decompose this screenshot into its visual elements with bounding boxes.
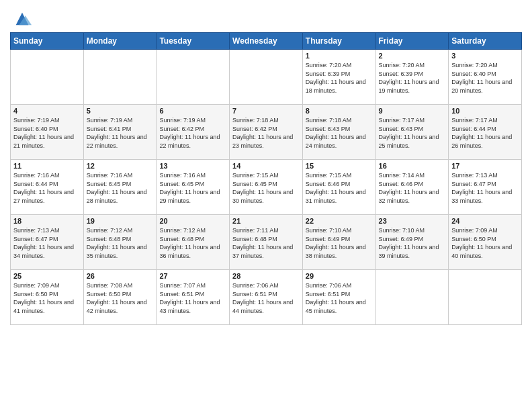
day-info: Sunrise: 7:14 AM Sunset: 6:46 PM Dayligh… [379, 171, 446, 205]
day-number: 22 [306, 217, 373, 225]
calendar-day-cell [157, 50, 230, 105]
calendar-week-row: 4Sunrise: 7:19 AM Sunset: 6:40 PM Daylig… [11, 105, 522, 160]
weekday-header: Sunday [11, 33, 84, 50]
calendar-day-cell: 27Sunrise: 7:07 AM Sunset: 6:51 PM Dayli… [157, 270, 230, 325]
day-number: 17 [451, 162, 519, 170]
day-info: Sunrise: 7:16 AM Sunset: 6:45 PM Dayligh… [159, 171, 226, 205]
weekday-header: Wednesday [230, 33, 303, 50]
calendar-table: SundayMondayTuesdayWednesdayThursdayFrid… [10, 32, 522, 325]
calendar-week-row: 18Sunrise: 7:13 AM Sunset: 6:47 PM Dayli… [11, 215, 522, 270]
logo [10, 9, 32, 28]
calendar-day-cell: 7Sunrise: 7:18 AM Sunset: 6:42 PM Daylig… [230, 105, 303, 160]
calendar-week-row: 1Sunrise: 7:20 AM Sunset: 6:39 PM Daylig… [11, 50, 522, 105]
day-info: Sunrise: 7:07 AM Sunset: 6:51 PM Dayligh… [159, 281, 226, 315]
calendar-day-cell: 29Sunrise: 7:06 AM Sunset: 6:51 PM Dayli… [302, 270, 375, 325]
day-info: Sunrise: 7:17 AM Sunset: 6:43 PM Dayligh… [379, 116, 446, 150]
day-info: Sunrise: 7:10 AM Sunset: 6:49 PM Dayligh… [379, 226, 446, 260]
calendar-day-cell: 12Sunrise: 7:16 AM Sunset: 6:45 PM Dayli… [83, 160, 157, 215]
day-number: 11 [13, 162, 81, 170]
calendar-day-cell: 6Sunrise: 7:19 AM Sunset: 6:42 PM Daylig… [157, 105, 230, 160]
calendar-day-cell: 13Sunrise: 7:16 AM Sunset: 6:45 PM Dayli… [157, 160, 230, 215]
calendar-day-cell: 8Sunrise: 7:18 AM Sunset: 6:43 PM Daylig… [302, 105, 375, 160]
day-number: 8 [306, 107, 373, 115]
calendar-day-cell: 10Sunrise: 7:17 AM Sunset: 6:44 PM Dayli… [449, 105, 522, 160]
weekday-header: Friday [375, 33, 449, 50]
day-number: 4 [13, 107, 81, 115]
day-number: 9 [379, 107, 446, 115]
day-info: Sunrise: 7:19 AM Sunset: 6:40 PM Dayligh… [13, 116, 81, 150]
day-info: Sunrise: 7:13 AM Sunset: 6:47 PM Dayligh… [451, 171, 519, 205]
day-info: Sunrise: 7:13 AM Sunset: 6:47 PM Dayligh… [13, 226, 81, 260]
calendar-day-cell: 5Sunrise: 7:19 AM Sunset: 6:41 PM Daylig… [83, 105, 157, 160]
day-info: Sunrise: 7:16 AM Sunset: 6:45 PM Dayligh… [87, 171, 154, 205]
page-container: SundayMondayTuesdayWednesdayThursdayFrid… [0, 0, 532, 328]
day-info: Sunrise: 7:09 AM Sunset: 6:50 PM Dayligh… [13, 281, 81, 315]
day-number: 20 [159, 217, 226, 225]
day-number: 21 [232, 217, 300, 225]
logo-icon [13, 9, 32, 28]
calendar-day-cell: 9Sunrise: 7:17 AM Sunset: 6:43 PM Daylig… [375, 105, 449, 160]
day-info: Sunrise: 7:20 AM Sunset: 6:39 PM Dayligh… [379, 61, 446, 95]
calendar-day-cell: 24Sunrise: 7:09 AM Sunset: 6:50 PM Dayli… [449, 215, 522, 270]
calendar-day-cell [230, 50, 303, 105]
calendar-day-cell: 14Sunrise: 7:15 AM Sunset: 6:45 PM Dayli… [230, 160, 303, 215]
day-info: Sunrise: 7:19 AM Sunset: 6:41 PM Dayligh… [87, 116, 154, 150]
calendar-day-cell: 25Sunrise: 7:09 AM Sunset: 6:50 PM Dayli… [11, 270, 84, 325]
day-info: Sunrise: 7:12 AM Sunset: 6:48 PM Dayligh… [159, 226, 226, 260]
calendar-header-row: SundayMondayTuesdayWednesdayThursdayFrid… [11, 33, 522, 50]
day-number: 18 [13, 217, 81, 225]
day-number: 25 [13, 272, 81, 280]
calendar-day-cell: 15Sunrise: 7:15 AM Sunset: 6:46 PM Dayli… [302, 160, 375, 215]
day-number: 3 [451, 52, 519, 60]
day-info: Sunrise: 7:10 AM Sunset: 6:49 PM Dayligh… [306, 226, 373, 260]
calendar-day-cell: 17Sunrise: 7:13 AM Sunset: 6:47 PM Dayli… [449, 160, 522, 215]
calendar-day-cell [375, 270, 449, 325]
calendar-day-cell: 19Sunrise: 7:12 AM Sunset: 6:48 PM Dayli… [83, 215, 157, 270]
calendar-day-cell: 4Sunrise: 7:19 AM Sunset: 6:40 PM Daylig… [11, 105, 84, 160]
day-number: 2 [379, 52, 446, 60]
calendar-day-cell: 20Sunrise: 7:12 AM Sunset: 6:48 PM Dayli… [157, 215, 230, 270]
calendar-week-row: 11Sunrise: 7:16 AM Sunset: 6:44 PM Dayli… [11, 160, 522, 215]
day-info: Sunrise: 7:12 AM Sunset: 6:48 PM Dayligh… [87, 226, 154, 260]
day-number: 14 [232, 162, 300, 170]
calendar-day-cell: 11Sunrise: 7:16 AM Sunset: 6:44 PM Dayli… [11, 160, 84, 215]
calendar-day-cell: 3Sunrise: 7:20 AM Sunset: 6:40 PM Daylig… [449, 50, 522, 105]
calendar-day-cell: 28Sunrise: 7:06 AM Sunset: 6:51 PM Dayli… [230, 270, 303, 325]
day-info: Sunrise: 7:20 AM Sunset: 6:40 PM Dayligh… [451, 61, 519, 95]
calendar-day-cell [83, 50, 157, 105]
calendar-day-cell: 23Sunrise: 7:10 AM Sunset: 6:49 PM Dayli… [375, 215, 449, 270]
day-number: 19 [87, 217, 154, 225]
day-number: 6 [159, 107, 226, 115]
day-number: 28 [232, 272, 300, 280]
day-info: Sunrise: 7:19 AM Sunset: 6:42 PM Dayligh… [159, 116, 226, 150]
header [10, 7, 522, 28]
day-info: Sunrise: 7:15 AM Sunset: 6:46 PM Dayligh… [306, 171, 373, 205]
day-info: Sunrise: 7:11 AM Sunset: 6:48 PM Dayligh… [232, 226, 300, 260]
day-number: 24 [451, 217, 519, 225]
calendar-day-cell: 22Sunrise: 7:10 AM Sunset: 6:49 PM Dayli… [302, 215, 375, 270]
day-number: 15 [306, 162, 373, 170]
weekday-header: Thursday [302, 33, 375, 50]
day-info: Sunrise: 7:09 AM Sunset: 6:50 PM Dayligh… [451, 226, 519, 260]
calendar-day-cell [11, 50, 84, 105]
day-info: Sunrise: 7:18 AM Sunset: 6:42 PM Dayligh… [232, 116, 300, 150]
day-number: 5 [87, 107, 154, 115]
day-info: Sunrise: 7:20 AM Sunset: 6:39 PM Dayligh… [306, 61, 373, 95]
day-number: 1 [306, 52, 373, 60]
day-info: Sunrise: 7:15 AM Sunset: 6:45 PM Dayligh… [232, 171, 300, 205]
calendar-day-cell: 21Sunrise: 7:11 AM Sunset: 6:48 PM Dayli… [230, 215, 303, 270]
day-number: 13 [159, 162, 226, 170]
day-info: Sunrise: 7:06 AM Sunset: 6:51 PM Dayligh… [306, 281, 373, 315]
day-info: Sunrise: 7:08 AM Sunset: 6:50 PM Dayligh… [87, 281, 154, 315]
day-info: Sunrise: 7:06 AM Sunset: 6:51 PM Dayligh… [232, 281, 300, 315]
day-info: Sunrise: 7:16 AM Sunset: 6:44 PM Dayligh… [13, 171, 81, 205]
calendar-day-cell: 2Sunrise: 7:20 AM Sunset: 6:39 PM Daylig… [375, 50, 449, 105]
day-number: 23 [379, 217, 446, 225]
calendar-week-row: 25Sunrise: 7:09 AM Sunset: 6:50 PM Dayli… [11, 270, 522, 325]
weekday-header: Monday [83, 33, 157, 50]
day-info: Sunrise: 7:17 AM Sunset: 6:44 PM Dayligh… [451, 116, 519, 150]
day-number: 12 [87, 162, 154, 170]
day-number: 26 [87, 272, 154, 280]
calendar-day-cell [449, 270, 522, 325]
calendar-day-cell: 1Sunrise: 7:20 AM Sunset: 6:39 PM Daylig… [302, 50, 375, 105]
